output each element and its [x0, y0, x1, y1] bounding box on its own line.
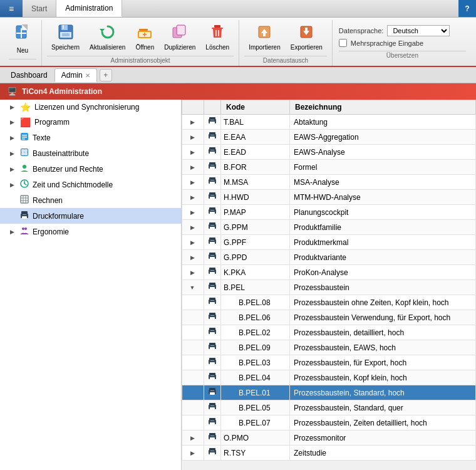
expand-cell[interactable]: ▶: [182, 205, 204, 220]
menu-button[interactable]: ≡: [0, 0, 23, 17]
expand-cell[interactable]: ▶: [182, 235, 204, 250]
table-row[interactable]: B.PEL.07 Prozessbaustein, Zeiten detaill…: [182, 415, 476, 431]
expand-cell[interactable]: ▶: [182, 145, 204, 160]
importieren-button[interactable]: Importieren: [244, 21, 285, 53]
loeschen-label: Löschen: [205, 44, 229, 51]
sidebar-label-texte: Texte: [33, 133, 51, 142]
tab-add-button[interactable]: +: [100, 69, 112, 81]
row-code: E.EAA: [221, 130, 290, 145]
expand-cell[interactable]: ▶: [182, 175, 204, 190]
tab-dashboard[interactable]: Dashboard: [4, 68, 54, 82]
sidebar-item-druckformulare[interactable]: Druckformulare: [0, 208, 181, 224]
table-row[interactable]: ▶ P.MAP Planungscockpit: [182, 205, 476, 220]
row-name: Produktmerkmal: [290, 235, 476, 250]
duplizieren-button[interactable]: Duplizieren: [160, 21, 200, 53]
sidebar-item-rechnen[interactable]: Rechnen: [0, 192, 181, 208]
table-row[interactable]: ▶ K.PKA ProKon-Analyse: [182, 265, 476, 280]
col-header-kode[interactable]: Kode: [221, 100, 290, 115]
expand-cell[interactable]: ▶: [182, 190, 204, 205]
table-row[interactable]: B.PEL.04 Prozessbaustein, Kopf klein, ho…: [182, 370, 476, 385]
sidebar: ▶ ⭐ Lizenzen und Synchronisierung ▶ 🟥 Pr…: [0, 100, 182, 470]
sidebar-label-lizenzen: Lizenzen und Synchronisierung: [34, 103, 139, 112]
ribbon-group-data-label: Datenaustausch: [244, 56, 327, 66]
expand-cell: [182, 370, 204, 385]
table-row[interactable]: ▶ H.HWD MTM-HWD-Analyse: [182, 190, 476, 205]
row-code: B.PEL.01: [221, 385, 290, 400]
loeschen-button[interactable]: Löschen: [201, 21, 234, 53]
row-icon-cell: [204, 280, 221, 295]
row-icon-cell: [204, 220, 221, 235]
expand-cell[interactable]: ▶: [182, 160, 204, 175]
table-row[interactable]: B.PEL.06 Prozessbaustein Verwendung, für…: [182, 310, 476, 325]
table-row[interactable]: ▶ E.EAD EAWS-Analyse: [182, 145, 476, 160]
expand-cell: [182, 355, 204, 370]
svg-rect-101: [210, 302, 215, 305]
table-row[interactable]: B.PEL.02 Prozessbaustein, detailliert, h…: [182, 325, 476, 340]
svg-rect-137: [210, 437, 215, 440]
table-row[interactable]: B.PEL.08 Prozessbaustein ohne Zeiten, Ko…: [182, 295, 476, 310]
sidebar-item-programm[interactable]: ▶ 🟥 Programm: [0, 115, 181, 130]
svg-rect-89: [210, 257, 215, 259]
tab-admin-close[interactable]: ✕: [85, 72, 90, 79]
expand-cell[interactable]: ▼: [182, 280, 204, 295]
table-row[interactable]: ▶ G.PPM Produktfamilie: [182, 220, 476, 235]
tab-admin[interactable]: Admin ✕: [54, 68, 97, 82]
table-row[interactable]: B.PEL.05 Prozessbaustein, Standard, quer: [182, 400, 476, 415]
expand-cell[interactable]: ▶: [182, 446, 204, 461]
svg-rect-74: [210, 195, 214, 196]
table-row[interactable]: B.PEL.09 Prozessbaustein, EAWS, hoch: [182, 340, 476, 355]
neu-button[interactable]: Neu: [9, 21, 36, 56]
table-row[interactable]: B.PEL.03 Prozessbaustein, für Export, ho…: [182, 355, 476, 370]
expand-cell[interactable]: ▶: [182, 130, 204, 145]
table-row[interactable]: ▶ G.PPF Produktmerkmal: [182, 235, 476, 250]
sidebar-item-lizenzen[interactable]: ▶ ⭐ Lizenzen und Synchronisierung: [0, 100, 181, 115]
sidebar-item-benutzer[interactable]: ▶ Benutzer und Rechte: [0, 161, 181, 177]
table-row[interactable]: ▼ B.PEL Prozessbaustein: [182, 280, 476, 295]
row-code: B.PEL.08: [221, 295, 290, 310]
svg-rect-118: [210, 360, 214, 361]
expand-cell[interactable]: ▶: [182, 265, 204, 280]
ribbon-group-translate-label: Übersetzen: [339, 51, 466, 61]
sidebar-label-programm: Programm: [34, 118, 70, 127]
sidebar-item-ergonomie[interactable]: ▶ Ergonomie: [0, 224, 181, 239]
expand-cell[interactable]: ▶: [182, 220, 204, 235]
row-name: Produktvariante: [290, 250, 476, 265]
row-code: B.FOR: [221, 160, 290, 175]
expand-cell[interactable]: ▶: [182, 250, 204, 265]
table-row[interactable]: ▶ B.FOR Formel: [182, 160, 476, 175]
sidebar-item-bausteinattribute[interactable]: ▶ Bausteinattribute: [0, 145, 181, 161]
tab-start-label: Start: [31, 4, 47, 13]
sidebar-item-zeit[interactable]: ▶ Zeit und Schichtmodelle: [0, 177, 181, 192]
row-icon-cell: [204, 175, 221, 190]
table-row[interactable]: ▶ E.EAA EAWS-Aggregation: [182, 130, 476, 145]
table-row[interactable]: ▶ O.PMO Prozessmonitor: [182, 431, 476, 446]
svg-rect-7: [63, 25, 64, 29]
table-row[interactable]: B.PEL.01 Prozessbaustein, Standard, hoch: [182, 385, 476, 400]
tab-administration[interactable]: Administration: [56, 0, 122, 17]
sidebar-item-texte[interactable]: ▶ Texte: [0, 130, 181, 145]
exportieren-button[interactable]: Exportieren: [286, 21, 327, 53]
table-row[interactable]: ▶ M.MSA MSA-Analyse: [182, 175, 476, 190]
sidebar-label-ergonomie: Ergonomie: [33, 227, 69, 236]
svg-rect-18: [177, 26, 185, 34]
expand-cell[interactable]: ▶: [182, 115, 204, 130]
aktualisieren-button[interactable]: Aktualisieren: [85, 21, 130, 53]
help-button[interactable]: ?: [458, 0, 476, 17]
row-icon-cell: [204, 310, 221, 325]
speichern-button[interactable]: Speichern: [47, 21, 84, 53]
svg-rect-6: [61, 25, 68, 30]
table-row[interactable]: ▶ R.TSY Zeitstudie: [182, 446, 476, 461]
expand-cell[interactable]: ▶: [182, 431, 204, 446]
svg-point-50: [24, 227, 27, 230]
svg-rect-53: [210, 122, 215, 124]
oeffnen-button[interactable]: Öffnen: [131, 21, 158, 53]
table-row[interactable]: ▶ T.BAL Abtaktung: [182, 115, 476, 130]
svg-rect-54: [210, 120, 214, 120]
table-row[interactable]: ▶ G.PPD Produktvariante: [182, 250, 476, 265]
tab-start[interactable]: Start: [23, 0, 56, 17]
svg-rect-86: [210, 240, 214, 241]
col-header-bezeichnung[interactable]: Bezeichnung: [290, 100, 476, 115]
datensprache-select[interactable]: Deutsch English: [387, 25, 450, 36]
row-name: Planungscockpit: [290, 205, 476, 220]
mehrsprachig-checkbox[interactable]: [339, 39, 347, 47]
